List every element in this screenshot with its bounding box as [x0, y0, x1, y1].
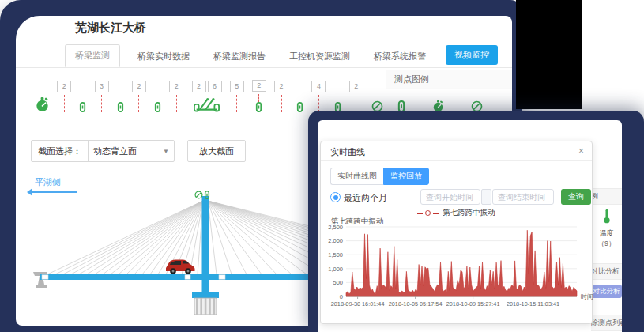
- page-title: 芜湖长江大桥: [75, 21, 146, 36]
- dashed-line: [176, 95, 177, 112]
- ban-icon[interactable]: [194, 191, 203, 199]
- sensor-count-badge: 2: [192, 81, 206, 92]
- dialog-header: 实时曲线 ×: [321, 141, 592, 161]
- sensor-item-link[interactable]: [154, 71, 161, 112]
- sensor-item-dash[interactable]: 2: [57, 71, 71, 112]
- sensor-count-badge: 2: [132, 81, 146, 92]
- sensor-item-meter[interactable]: [36, 71, 49, 112]
- temperature-count: （9）: [591, 239, 622, 249]
- legend-header-fragment: 例: [591, 188, 622, 205]
- sensor-item-dash[interactable]: 2: [274, 71, 288, 112]
- bridge-sensor-icon: [194, 97, 220, 112]
- dialog-tab-0[interactable]: 实时曲线图: [330, 168, 383, 185]
- dialog-title: 实时曲线: [321, 147, 365, 157]
- sensor-item-dash[interactable]: 5: [230, 71, 244, 112]
- sensor-count-badge: 2: [169, 81, 183, 92]
- background-sidebar-strip: 例 温度 （9） 对比分析 对比分析 除测点列表: [591, 120, 622, 332]
- chevron-down-icon: ▼: [163, 148, 169, 155]
- point-list-section-header: 除测点列表: [591, 315, 622, 331]
- close-icon[interactable]: ×: [578, 141, 584, 160]
- svg-text:1,500: 1,500: [328, 251, 343, 258]
- sensor-count-badge: 6: [208, 81, 222, 92]
- realtime-curve-dialog: 实时曲线 × 实时曲线图监控回放 最近两个月 - 查询 第七跨跨中振动: [320, 141, 593, 324]
- section-select-label: 截面选择：: [32, 145, 88, 157]
- dialog-controls: 最近两个月 - 查询: [330, 189, 591, 206]
- legend-series-name: 第七跨跨中振动: [443, 208, 495, 218]
- enlarge-section-button[interactable]: 放大截面: [187, 140, 246, 162]
- dashed-line: [236, 95, 237, 112]
- sensor-item-dash[interactable]: 3: [95, 71, 109, 112]
- meter-icon: [36, 97, 49, 112]
- query-end-time-input[interactable]: [492, 189, 554, 205]
- dashed-line: [318, 95, 319, 112]
- svg-text:2018-10-05 05:17:54: 2018-10-05 05:17:54: [389, 300, 443, 307]
- link-icon: [296, 102, 303, 112]
- svg-text:时间: 时间: [581, 293, 593, 300]
- dashed-line: [101, 95, 102, 112]
- recent-two-months-label: 最近两个月: [344, 192, 387, 204]
- sensor-item-dash[interactable]: 4: [311, 71, 326, 112]
- svg-text:2,500: 2,500: [328, 224, 343, 231]
- sensor-item-dash[interactable]: 2: [132, 71, 146, 112]
- link-icon: [154, 102, 161, 112]
- video-monitor-button[interactable]: 视频监控: [446, 45, 498, 65]
- svg-text:2018-09-30 16:01:44: 2018-09-30 16:01:44: [331, 300, 385, 307]
- tab-3[interactable]: 工控机资源监测: [288, 46, 352, 67]
- thermometer-icon: [603, 213, 611, 226]
- sensor-item-link[interactable]: [117, 71, 124, 112]
- compare-section-header: 对比分析: [591, 263, 622, 280]
- dialog-tabs: 实时曲线图监控回放: [330, 168, 429, 185]
- section-select[interactable]: 动态背立面 ▼: [88, 141, 174, 161]
- temperature-label: 温度: [591, 228, 622, 239]
- dialog-tab-1[interactable]: 监控回放: [383, 168, 429, 185]
- link-icon[interactable]: [204, 191, 210, 199]
- sensor-count-badge: 2: [349, 81, 363, 92]
- sensor-count-badge: 5: [230, 81, 244, 92]
- dashed-line: [281, 95, 282, 112]
- sensor-count-badge: 3: [95, 81, 109, 92]
- legend-panel-title: 测点图例: [386, 70, 512, 89]
- vibration-chart: 05001,0001,5002,0002,5002018-09-30 16:01…: [326, 224, 590, 319]
- svg-text:2018-10-09 15:27:41: 2018-10-09 15:27:41: [446, 300, 500, 307]
- tab-1[interactable]: 桥梁实时数据: [136, 46, 191, 67]
- svg-text:2018-10-15 11:03:41: 2018-10-15 11:03:41: [507, 300, 559, 307]
- bridge-side-label: 平湖侧: [35, 176, 61, 188]
- sensor-item-ban[interactable]: [371, 71, 383, 112]
- sensor-item-dash[interactable]: 2: [169, 71, 183, 112]
- section-controls: 截面选择： 动态背立面 ▼ 放大截面: [31, 141, 246, 161]
- sensor-count-badge: 2: [57, 81, 71, 92]
- query-button[interactable]: 查询: [561, 189, 591, 205]
- main-tabbar: 桥梁监测桥梁实时数据桥梁监测报告工控机资源监测桥梁系统报警: [16, 46, 512, 68]
- svg-text:500: 500: [333, 279, 343, 286]
- compare-analysis-button[interactable]: 对比分析: [591, 285, 622, 298]
- dashed-line: [258, 94, 259, 102]
- black-region: [516, 0, 582, 109]
- query-start-time-input[interactable]: [420, 189, 480, 205]
- modal-page: 例 温度 （9） 对比分析 对比分析 除测点列表 实时曲线 × 实时曲线图监控回…: [318, 120, 622, 332]
- sensor-count-badge: 4: [311, 81, 326, 92]
- sensor-item-link[interactable]: [296, 71, 303, 112]
- legend-marker-line: [433, 213, 439, 214]
- svg-text:1,000: 1,000: [328, 266, 343, 273]
- legend-marker-circle: [425, 210, 431, 216]
- section-select-group: 截面选择： 动态背立面 ▼: [31, 140, 175, 162]
- svg-text:0: 0: [340, 293, 343, 300]
- tower-sensor-icons: [194, 191, 210, 199]
- link-icon: [117, 102, 124, 112]
- link-icon: [79, 102, 86, 112]
- sensor-item-link[interactable]: [79, 71, 86, 112]
- tab-2[interactable]: 桥梁监测报告: [212, 46, 267, 67]
- sensor-item-dash-link[interactable]: 2: [252, 71, 266, 112]
- temperature-item[interactable]: 温度 （9）: [591, 209, 622, 249]
- legend-icons: [386, 89, 512, 112]
- modal-window: 例 温度 （9） 对比分析 对比分析 除测点列表 实时曲线 × 实时曲线图监控回…: [308, 111, 644, 332]
- recent-two-months-radio[interactable]: [330, 192, 341, 202]
- sensor-count-badge: 2: [274, 81, 288, 92]
- tab-4[interactable]: 桥梁系统报警: [372, 46, 427, 67]
- sensor-item-dash[interactable]: 2: [349, 71, 363, 112]
- svg-text:2,000: 2,000: [328, 237, 343, 244]
- dashed-line: [356, 95, 356, 112]
- tab-0[interactable]: 桥梁监测: [65, 44, 120, 67]
- sensor-item-link[interactable]: [334, 71, 341, 112]
- sensor-item-bridge[interactable]: 26: [192, 71, 222, 112]
